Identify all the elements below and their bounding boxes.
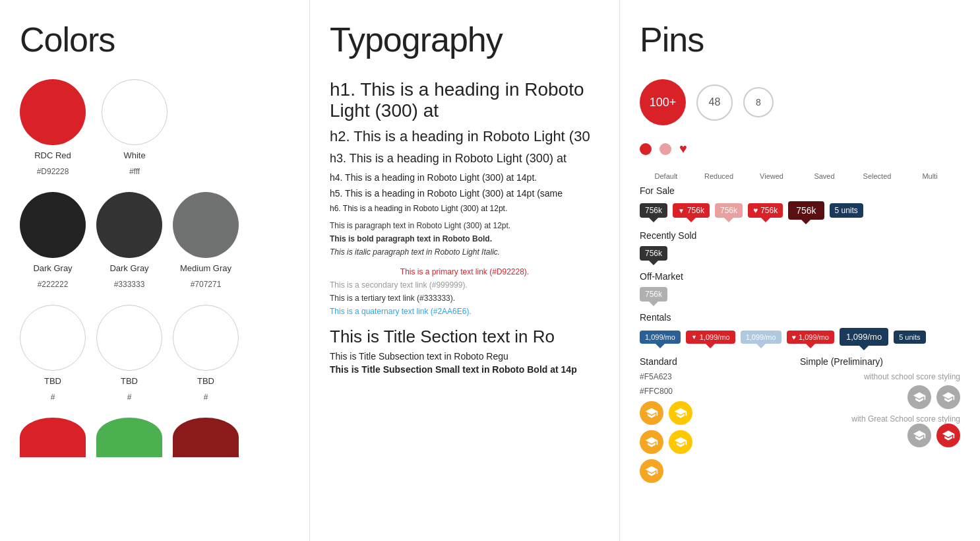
heading-h4: h4. This is a heading in Roboto Light (3… (330, 172, 599, 183)
swatch-label-dark-gray2: Dark Gray (109, 263, 148, 274)
schools-simple-col: Simple (Preliminary) without school scor… (800, 356, 960, 488)
rentals-section: Rentals 1,099/mo ▼ 1,099/mo 1,099/mo ♥ 1… (640, 312, 960, 346)
schools-without-label: without school score styling (800, 372, 960, 381)
school-cap-icon2 (674, 406, 687, 420)
recently-sold-section: Recently Sold 756k (640, 230, 960, 261)
link-primary[interactable]: This is a primary text link (#D92228). (330, 267, 599, 276)
pin-rentals-multi: 5 units (894, 331, 925, 344)
swatch-label-rdc-red: RDC Red (34, 150, 71, 162)
arrow-down-icon-sold (649, 261, 658, 265)
pin-for-sale-viewed: 756k (715, 203, 743, 218)
pins-title: Pins (640, 20, 960, 59)
swatch-hex-white: #fff (129, 167, 140, 176)
school-mid-icon (645, 464, 658, 478)
school-elem-icon (645, 435, 658, 449)
arrow-down-icon-red (687, 218, 696, 222)
schools-simple-icons-row2 (800, 424, 960, 447)
school-icon-yellow2 (669, 430, 692, 454)
color-item-dark-gray2: Dark Gray #333333 (96, 192, 162, 289)
arrow-down-icon-rent-viewed (756, 344, 766, 348)
pin-for-sale-selected: 756k (788, 201, 824, 220)
rentals-title: Rentals (640, 312, 960, 323)
bold-text: This is bold paragraph text in Roboto Bo… (330, 234, 599, 243)
swatch-tbd1 (20, 305, 86, 371)
pin-for-sale-saved: ♥ 756k (748, 203, 783, 218)
link-tertiary[interactable]: This is a tertiary text link (#333333). (330, 294, 599, 303)
link-secondary[interactable]: This is a secondary text link (#999999). (330, 280, 599, 290)
label-default: Default (640, 172, 692, 180)
swatch-red-bottom (20, 418, 86, 457)
paragraph-text: This is paragraph text in Roboto Light (… (330, 221, 599, 230)
typography-title: Typography (330, 20, 599, 59)
pin-dot-heart: ♥ (679, 141, 687, 156)
italic-text: This is italic paragraph text in Roboto … (330, 247, 599, 257)
schools-section: Standard #F5A623 #FFC800 (640, 356, 960, 488)
swatch-white (102, 79, 168, 145)
arrow-down-icon-selected (801, 219, 811, 224)
color-item-tbd1: TBD # (20, 305, 86, 402)
swatch-tbd2 (96, 305, 162, 371)
school-elem-icon-simple2 (942, 429, 955, 442)
schools-standard-col: Standard #F5A623 #FFC800 (640, 356, 800, 488)
school-elem-icon-simple (913, 429, 926, 442)
pin-bubbles-row: 100+ 48 8 (640, 79, 960, 125)
schools-icons-row3 (640, 459, 800, 483)
swatch-hex-tbd2: # (127, 393, 132, 402)
schools-with-label: with Great School score styling (800, 414, 960, 424)
off-market-pins-row: 756k (640, 287, 960, 302)
arrow-down-icon-rent (656, 344, 665, 348)
link-quaternary[interactable]: This is a quaternary text link (#2AA6E6)… (330, 307, 599, 316)
arrow-down-icon (649, 218, 658, 222)
school-icon-simple3 (907, 424, 931, 447)
heading-h6: h6. This is a heading in Roboto Light (3… (330, 204, 599, 213)
color-item-rdc-red: RDC Red #D92228 (20, 79, 86, 176)
pins-section: Pins 100+ 48 8 ♥ Default Reduced Viewed … (620, 0, 980, 541)
heart-icon: ♥ (753, 206, 758, 215)
color-item-dark-red-bottom (173, 418, 239, 457)
color-item-red-bottom (20, 418, 86, 457)
label-reduced: Reduced (692, 172, 745, 180)
schools-standard-title: Standard (640, 356, 800, 367)
typography-section: Typography h1. This is a heading in Robo… (310, 0, 620, 541)
heading-h5: h5. This is a heading in Roboto Light (3… (330, 188, 599, 199)
colors-section: Colors RDC Red #D92228 White #fff Dark G… (0, 0, 310, 541)
title-subsection: This is Title Subsection text in Roboto … (330, 351, 599, 362)
heading-h1: h1. This is a heading in Roboto Light (3… (330, 79, 599, 121)
swatch-rdc-red (20, 79, 86, 145)
schools-color1: #F5A623 (640, 372, 800, 381)
swatch-dark-red-bottom (173, 418, 239, 457)
off-market-title: Off-Market (640, 271, 960, 282)
school-icon-yellow1 (669, 401, 692, 425)
school-icon-simple4 (936, 424, 960, 447)
colors-title: Colors (20, 20, 290, 59)
arrow-down-icon-off-market (649, 302, 658, 306)
pin-bubble-48: 48 (696, 84, 733, 121)
arrow-down-icon-rent-saved (806, 344, 815, 348)
title-section: This is Title Section text in Ro (330, 327, 599, 347)
pin-dots-row: ♥ (640, 141, 960, 156)
color-item-white: White #fff (102, 79, 168, 176)
pin-off-market-default: 756k (640, 287, 667, 302)
pin-rentals-viewed: 1,099/mo (741, 331, 781, 344)
school-cap-icon (645, 406, 658, 420)
pin-bubble-100: 100+ (640, 79, 686, 125)
pin-for-sale-default: 756k (640, 203, 667, 218)
swatch-label-tbd1: TBD (44, 376, 61, 387)
swatch-label-medium-gray: Medium Gray (180, 263, 231, 274)
color-item-tbd2: TBD # (96, 305, 162, 402)
color-item-tbd3: TBD # (173, 305, 239, 402)
arrow-down-icon-saved (761, 218, 770, 222)
pin-column-labels: Default Reduced Viewed Saved Selected Mu… (640, 172, 960, 180)
for-sale-section: For Sale 756k ▼ 756k 756k ♥ 756k (640, 185, 960, 220)
swatch-tbd3 (173, 305, 239, 371)
swatch-hex-tbd1: # (51, 393, 55, 402)
school-cap-icon-simple1 (913, 391, 926, 404)
color-item-green-bottom (96, 418, 162, 457)
swatch-medium-gray (173, 192, 239, 258)
schools-icons-row2 (640, 430, 800, 454)
pin-recently-sold-default: 756k (640, 246, 667, 261)
school-icon-simple1 (907, 385, 931, 409)
school-icon-orange2 (640, 430, 663, 454)
pin-rentals-saved: ♥ 1,099/mo (787, 331, 834, 344)
swatch-hex-tbd3: # (204, 393, 208, 402)
